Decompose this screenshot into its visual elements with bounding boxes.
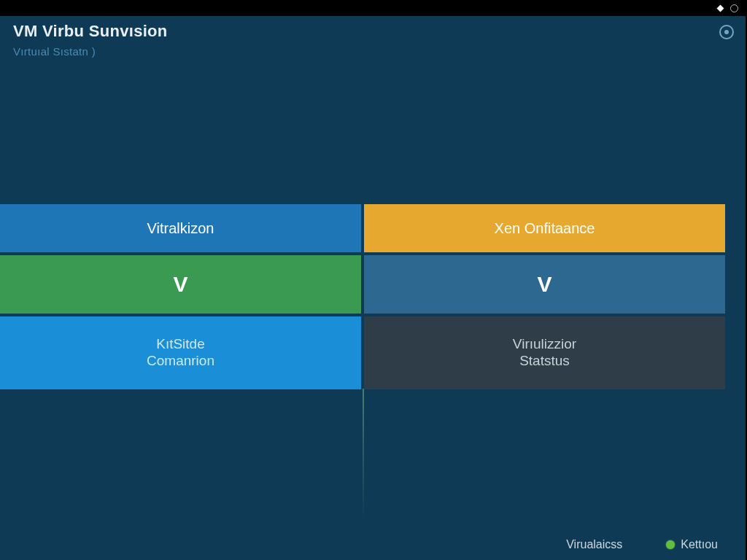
footer-bar: Virualaicss Kettıou xyxy=(0,538,747,551)
dashboard-grid-wrap: Vitralkizon Xen Onfitaance V V KıtSitde … xyxy=(0,204,747,389)
target-icon[interactable] xyxy=(719,25,734,39)
footer-label-right: Kettıou xyxy=(681,538,718,551)
tile-v-left[interactable]: V xyxy=(0,255,361,314)
tile-virtualizer-status[interactable]: Virıulizzior Statstus xyxy=(364,316,725,389)
vertical-divider xyxy=(363,389,364,520)
app-title: VM Virbu Sunvısion xyxy=(13,22,168,41)
tile-v-right[interactable]: V xyxy=(364,255,725,314)
tile-label: KıtSitde Comanrion xyxy=(147,336,214,370)
tile-label: Vitralkizon xyxy=(147,219,214,237)
app-header: VM Virbu Sunvısion Vırtuıal Sıstatn ) xyxy=(13,22,734,58)
tile-label: Xen Onfitaance xyxy=(495,219,595,237)
tile-virtualization[interactable]: Vitralkizon xyxy=(0,204,361,252)
footer-status: Kettıou xyxy=(666,538,718,551)
app-subtitle: Vırtuıal Sıstatn ) xyxy=(13,45,168,58)
ring-icon xyxy=(730,4,738,12)
tile-label: V xyxy=(537,271,551,298)
tile-xen-performance[interactable]: Xen Onfitaance xyxy=(364,204,725,252)
tile-label: Virıulizzior Statstus xyxy=(513,336,576,370)
system-titlebar xyxy=(0,0,747,16)
tile-label: V xyxy=(173,271,187,298)
tile-side-comparison[interactable]: KıtSitde Comanrion xyxy=(0,316,361,389)
footer-label-left: Virualaicss xyxy=(566,538,622,551)
header-left: VM Virbu Sunvısion Vırtuıal Sıstatn ) xyxy=(13,22,168,58)
dashboard-grid: Vitralkizon Xen Onfitaance V V KıtSitde … xyxy=(0,204,747,389)
header-right xyxy=(719,22,734,39)
status-dot-icon xyxy=(666,540,675,549)
diamond-icon xyxy=(717,4,724,12)
